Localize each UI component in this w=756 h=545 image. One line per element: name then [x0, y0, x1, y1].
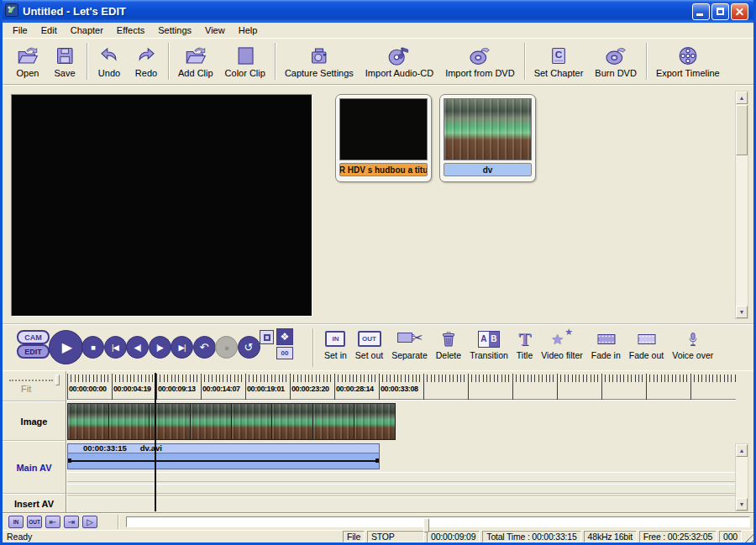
- record-button[interactable]: ●: [215, 336, 238, 359]
- ruler-segment[interactable]: 00:00:19:01: [245, 374, 290, 400]
- mark-out-button[interactable]: OUT: [27, 516, 42, 528]
- play-range-button[interactable]: ▷: [82, 516, 97, 528]
- dual-view-button[interactable]: 00: [276, 347, 293, 359]
- stop-button[interactable]: ■: [81, 336, 104, 359]
- insert-av-row[interactable]: [67, 495, 736, 511]
- scroll-up-icon[interactable]: ▲: [736, 444, 748, 457]
- loop-button[interactable]: ↶: [193, 336, 216, 359]
- clip-body[interactable]: [68, 453, 379, 469]
- import-from-dvd-button[interactable]: Import from DVD: [439, 44, 521, 79]
- redo-button[interactable]: Redo: [128, 44, 165, 79]
- scroll-down-icon[interactable]: ▼: [736, 306, 748, 318]
- timeline-thumbnail[interactable]: [232, 404, 273, 439]
- fit-slider-handle[interactable]: [55, 375, 60, 385]
- edit-mode-button[interactable]: EDIT: [17, 344, 50, 359]
- add-clip-button[interactable]: Add Clip: [172, 44, 219, 79]
- image-track-thumbnails[interactable]: [67, 403, 396, 440]
- chapter-icon: C: [546, 45, 571, 67]
- timeline-ruler[interactable]: 00:00:00:0000:00:04:1900:00:09:1300:00:1…: [67, 374, 736, 400]
- frame-back-button[interactable]: ◀|: [126, 336, 149, 359]
- voice-over-button[interactable]: Voice over: [668, 328, 717, 360]
- bin-clip-dv[interactable]: dv: [439, 94, 536, 182]
- export-timeline-button[interactable]: Export Timeline: [650, 44, 726, 79]
- minimize-button[interactable]: [692, 3, 710, 20]
- ruler-segment[interactable]: [557, 374, 601, 400]
- cam-mode-button[interactable]: CAM: [17, 330, 50, 344]
- menu-item-view[interactable]: View: [198, 24, 232, 37]
- timeline-scrollbar[interactable]: ▲ ▼: [735, 443, 748, 511]
- set-in-button[interactable]: IN Set in: [320, 328, 351, 360]
- fade-out-button[interactable]: Fade out: [625, 328, 668, 360]
- title-button[interactable]: T Title: [512, 328, 537, 360]
- video-filter-button[interactable]: ★★ Video filter: [537, 328, 586, 360]
- actual-size-button[interactable]: [260, 330, 274, 344]
- capture-settings-button[interactable]: Capture Settings: [279, 44, 360, 79]
- timeline-scroll-handle[interactable]: [423, 518, 429, 532]
- ruler-segment[interactable]: 00:00:04:19: [112, 374, 156, 400]
- timeline-thumbnail[interactable]: [191, 404, 232, 439]
- menu-item-edit[interactable]: Edit: [34, 24, 64, 37]
- ruler-segment[interactable]: [690, 374, 735, 400]
- set-chapter-button[interactable]: C Set Chapter: [528, 44, 590, 79]
- shuttle-button[interactable]: ↺: [238, 336, 260, 359]
- frame-forward-button[interactable]: |▶: [149, 336, 171, 359]
- ruler-segment[interactable]: 00:00:09:13: [156, 374, 201, 400]
- fade-in-button[interactable]: Fade in: [587, 328, 625, 360]
- menu-item-chapter[interactable]: Chapter: [64, 24, 110, 37]
- transition-button[interactable]: AB Transition: [465, 328, 512, 360]
- set-out-button[interactable]: OUT Set out: [351, 328, 387, 360]
- timeline-thumbnail[interactable]: [313, 404, 354, 439]
- goto-out-button[interactable]: ⇥: [64, 516, 79, 528]
- mark-in-button[interactable]: IN: [8, 516, 24, 528]
- scroll-down-icon[interactable]: ▼: [736, 498, 748, 511]
- close-button[interactable]: [731, 3, 748, 20]
- ruler-segment[interactable]: 00:00:23:20: [290, 374, 334, 400]
- volume-keyframe[interactable]: [375, 459, 379, 463]
- timeline-thumbnail[interactable]: [68, 404, 109, 439]
- play-button[interactable]: ▶: [49, 330, 83, 364]
- maximize-button[interactable]: [711, 3, 729, 20]
- burn-dvd-button[interactable]: Burn DVD: [589, 44, 643, 79]
- resize-grip[interactable]: [743, 532, 753, 542]
- main-av-clip[interactable]: 00:00:33:15 dv.avi: [67, 443, 380, 469]
- import-audio-cd-button[interactable]: Import Audio-CD: [360, 44, 439, 79]
- ruler-segment[interactable]: 00:00:00:00: [67, 374, 112, 400]
- volume-line[interactable]: [68, 460, 379, 462]
- main-av-empty-row[interactable]: [67, 472, 736, 482]
- ruler-segment[interactable]: [646, 374, 690, 400]
- goto-in-button[interactable]: ⇤: [45, 516, 60, 528]
- color-clip-button[interactable]: Color Clip: [219, 44, 271, 79]
- ruler-segment[interactable]: [468, 374, 512, 400]
- main-av-empty-row[interactable]: [67, 484, 736, 494]
- timeline-scroll-track[interactable]: [126, 516, 750, 527]
- bin-clip-hdv[interactable]: R HDV s hudbou a titu: [335, 94, 432, 182]
- menu-item-effects[interactable]: Effects: [110, 24, 151, 37]
- timeline-thumbnail[interactable]: [109, 404, 150, 439]
- menu-item-help[interactable]: Help: [232, 24, 265, 37]
- ruler-segment[interactable]: 00:00:14:07: [201, 374, 245, 400]
- save-button[interactable]: Save: [46, 44, 83, 79]
- fullscreen-button[interactable]: ❖: [276, 328, 293, 345]
- menu-item-settings[interactable]: Settings: [151, 24, 198, 37]
- volume-keyframe[interactable]: [68, 459, 71, 463]
- playhead[interactable]: [155, 373, 156, 511]
- scroll-up-icon[interactable]: ▲: [736, 92, 748, 104]
- ruler-segment[interactable]: 00:00:28:14: [334, 374, 379, 400]
- zoom-fit-control[interactable]: Fit: [9, 375, 60, 396]
- menu-item-file[interactable]: File: [6, 24, 34, 37]
- next-scene-button[interactable]: ▶|: [171, 336, 193, 359]
- scrollbar-thumb[interactable]: [736, 105, 748, 155]
- ruler-segment[interactable]: [423, 374, 468, 400]
- undo-button[interactable]: Undo: [91, 44, 128, 79]
- ruler-segment[interactable]: [512, 374, 557, 400]
- open-button[interactable]: Open: [9, 44, 46, 79]
- delete-button[interactable]: Delete: [432, 328, 465, 360]
- prev-scene-button[interactable]: |◀: [104, 336, 127, 359]
- ruler-segment[interactable]: [601, 374, 646, 400]
- separate-button[interactable]: ✂ Separate: [387, 328, 432, 360]
- ruler-segment[interactable]: 00:00:33:08: [379, 374, 423, 400]
- fit-slider-track[interactable]: [9, 380, 53, 381]
- timeline-thumbnail[interactable]: [354, 404, 396, 439]
- timeline-thumbnail[interactable]: [272, 404, 313, 439]
- clip-bin-scrollbar[interactable]: ▲ ▼: [735, 91, 748, 319]
